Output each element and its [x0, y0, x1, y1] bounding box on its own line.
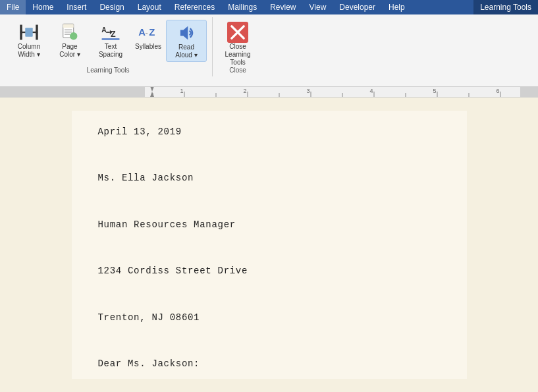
document-page: April 13, 2019 Ms. Ella Jackson Human Re… [72, 111, 467, 379]
read-aloud-button[interactable]: Read Aloud ▾ [166, 20, 207, 62]
column-width-label: Column Width ▾ [13, 43, 45, 59]
line-title: Human Resources Manager [98, 217, 441, 233]
page-color-label: Page Color ▾ [53, 43, 86, 59]
svg-rect-16 [101, 38, 119, 40]
text-spacing-icon: A Z [100, 22, 121, 43]
ruler-inner: 1 2 3 4 5 6 [0, 87, 538, 97]
read-aloud-icon [176, 22, 197, 43]
ribbon: Column Width ▾ Page Colo [0, 14, 538, 87]
line-blank1 [98, 147, 441, 163]
svg-text:Z: Z [149, 27, 155, 38]
svg-rect-23 [0, 87, 145, 97]
column-width-button[interactable]: Column Width ▾ [9, 20, 49, 61]
svg-text:3: 3 [306, 88, 309, 94]
svg-rect-9 [65, 32, 72, 33]
menu-home[interactable]: Home [26, 0, 60, 14]
line-blank5 [98, 333, 441, 349]
menu-layout[interactable]: Layout [131, 0, 168, 14]
syllables-label: Syllables [135, 43, 161, 51]
svg-text:1: 1 [180, 88, 183, 94]
ribbon-group-learning-tools: Column Width ▾ Page Colo [4, 17, 213, 76]
svg-text:-: - [145, 28, 148, 38]
menu-view[interactable]: View [303, 0, 333, 14]
read-aloud-label: Read Aloud ▾ [170, 43, 203, 59]
menu-learning-tools[interactable]: Learning Tools [473, 0, 538, 14]
svg-rect-8 [65, 29, 72, 30]
svg-point-11 [70, 32, 77, 40]
menu-design[interactable]: Design [93, 0, 130, 14]
svg-text:2: 2 [243, 88, 246, 94]
svg-text:Z: Z [111, 30, 116, 39]
menu-insert[interactable]: Insert [60, 0, 93, 14]
menu-review[interactable]: Review [263, 0, 302, 14]
menu-mailings[interactable]: Mailings [221, 0, 263, 14]
menu-file[interactable]: File [0, 0, 26, 14]
ribbon-content: Column Width ▾ Page Colo [0, 14, 538, 86]
svg-text:A: A [101, 26, 107, 34]
ribbon-buttons-learning: Column Width ▾ Page Colo [9, 20, 207, 72]
ruler: 1 2 3 4 5 6 [0, 87, 538, 98]
line-date: April 13, 2019 [98, 124, 441, 140]
line-blank3 [98, 240, 441, 256]
ribbon-group-close: Close Learning Tools Close [213, 17, 263, 76]
page-color-icon [59, 22, 80, 43]
line-blank2 [98, 194, 441, 210]
svg-rect-25 [145, 87, 520, 97]
line-salutation: Dear Ms. Jackson: [98, 356, 441, 372]
svg-marker-20 [180, 26, 188, 40]
menu-help[interactable]: Help [382, 0, 412, 14]
close-icon [227, 22, 248, 43]
syllables-button[interactable]: A - Z Syllables [132, 20, 165, 53]
column-width-icon [18, 22, 40, 43]
svg-rect-5 [25, 28, 32, 37]
svg-rect-7 [63, 24, 74, 28]
learning-tools-group-label: Learning Tools [4, 67, 212, 74]
document-area[interactable]: April 13, 2019 Ms. Ella Jackson Human Re… [0, 98, 538, 392]
svg-text:4: 4 [369, 88, 373, 94]
menu-bar: File Home Insert Design Layout Reference… [0, 0, 538, 14]
text-spacing-label: Text Spacing [94, 43, 127, 59]
line-city: Trenton, NJ 08601 [98, 310, 441, 326]
syllables-icon: A - Z [138, 22, 159, 43]
line-name: Ms. Ella Jackson [98, 170, 441, 186]
svg-rect-24 [520, 87, 538, 97]
svg-text:5: 5 [433, 88, 436, 94]
svg-text:6: 6 [496, 88, 499, 94]
line-address: 1234 Cordiss Street Drive [98, 263, 441, 279]
close-learning-tools-label: Close Learning Tools [221, 43, 254, 67]
menu-references[interactable]: References [168, 0, 221, 14]
page-color-button[interactable]: Page Color ▾ [50, 20, 90, 61]
svg-rect-10 [65, 34, 70, 35]
close-learning-tools-button[interactable]: Close Learning Tools [218, 20, 257, 69]
menu-developer[interactable]: Developer [333, 0, 382, 14]
text-spacing-button[interactable]: A Z Text Spacing [91, 20, 130, 61]
line-blank4 [98, 286, 441, 302]
close-group-label: Close [213, 67, 263, 74]
line-blank6 [98, 379, 441, 392]
